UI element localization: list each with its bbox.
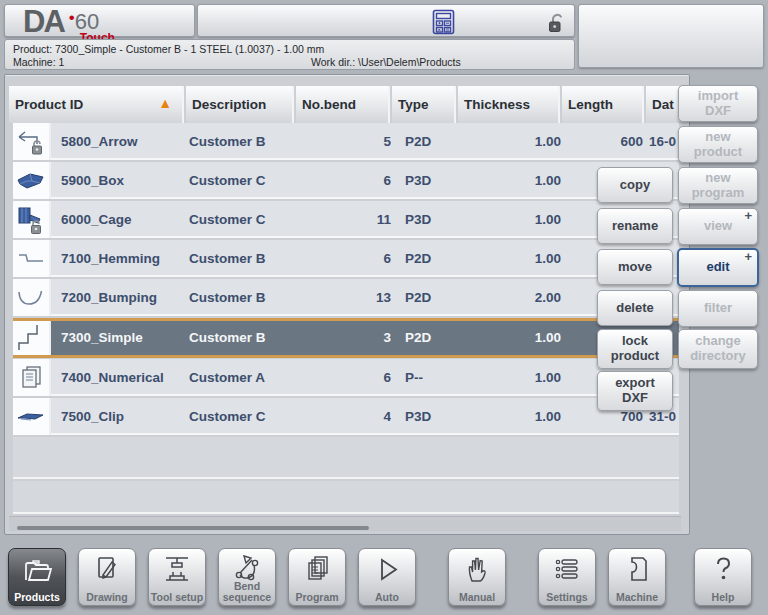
cell-type: P3D bbox=[405, 162, 459, 199]
header-label: Thickness bbox=[464, 97, 530, 112]
status-bar: Product: 7300_Simple - Customer B - 1 ST… bbox=[4, 39, 575, 70]
cell-product-id: 7200_Bumping bbox=[61, 279, 189, 316]
cell-description: Customer B bbox=[189, 123, 295, 160]
button-label: view bbox=[704, 219, 732, 234]
cell-product-id: 7400_Numerical bbox=[61, 359, 189, 396]
table-row[interactable]: 7500_Clip Customer C 4 P3D 1.00 700 31-0 bbox=[13, 398, 679, 435]
filter-button[interactable]: filter bbox=[678, 290, 758, 327]
machine-icon bbox=[620, 553, 654, 587]
export-dxf-button[interactable]: export DXF bbox=[597, 371, 673, 411]
cell-no-bend: 13 bbox=[298, 279, 391, 316]
toolbar-label: Bend sequence bbox=[219, 581, 275, 603]
settings-list-icon bbox=[549, 553, 585, 587]
cell-description: Customer B bbox=[189, 240, 295, 277]
empty-table-band bbox=[13, 437, 679, 479]
button-label: rename bbox=[612, 219, 658, 234]
header-label: Length bbox=[568, 97, 613, 112]
cell-type: P2D bbox=[405, 240, 459, 277]
cell-type: P2D bbox=[405, 123, 459, 160]
program-icon bbox=[299, 553, 335, 589]
toolbar-program-button[interactable]: Program bbox=[288, 548, 346, 606]
table-row[interactable]: 5900_Box Customer C 6 P3D 1.00 bbox=[13, 162, 679, 199]
rename-button[interactable]: rename bbox=[597, 208, 673, 244]
button-label: export DXF bbox=[602, 376, 668, 406]
column-header-description[interactable]: Description bbox=[186, 86, 294, 123]
toolbar-label: Program bbox=[289, 592, 345, 603]
button-label: filter bbox=[704, 301, 732, 316]
tool-setup-icon bbox=[158, 553, 196, 587]
column-header-no-bend[interactable]: No.bend bbox=[296, 86, 390, 123]
lock-product-button[interactable]: lock product bbox=[597, 329, 673, 369]
top-middle-panel bbox=[197, 4, 575, 37]
cell-product-id: 6000_Cage bbox=[61, 201, 189, 238]
horizontal-scrollbar-thumb[interactable] bbox=[17, 526, 369, 530]
cell-description: Customer A bbox=[189, 359, 295, 396]
cell-type: P2D bbox=[405, 321, 459, 355]
toolbar-bend-sequence-button[interactable]: Bend sequence bbox=[218, 548, 276, 606]
drawing-icon bbox=[89, 553, 125, 589]
product-icon-arrow-locked bbox=[13, 123, 51, 160]
toolbar-label: Drawing bbox=[79, 592, 135, 603]
table-row[interactable]: 7400_Numerical Customer A 6 P-- 1.00 bbox=[13, 359, 679, 396]
button-label: change directory bbox=[683, 334, 753, 364]
toolbar-drawing-button[interactable]: Drawing bbox=[78, 548, 136, 606]
cell-thickness: 1.00 bbox=[459, 321, 561, 355]
delete-button[interactable]: delete bbox=[597, 290, 673, 326]
new-program-button[interactable]: new program bbox=[678, 167, 758, 204]
toolbar-label: Manual bbox=[449, 592, 505, 603]
column-header-date[interactable]: Dat bbox=[646, 86, 679, 123]
toolbar-label: Products bbox=[9, 592, 65, 603]
product-icon-clip bbox=[13, 398, 51, 435]
cell-thickness: 1.00 bbox=[459, 123, 561, 160]
plus-indicator: + bbox=[744, 209, 752, 224]
calculator-icon[interactable] bbox=[432, 9, 455, 39]
new-product-button[interactable]: new product bbox=[678, 126, 758, 163]
move-button[interactable]: move bbox=[597, 249, 673, 285]
table-row[interactable]: 5800_Arrow Customer B 5 P2D 1.00 600 16-… bbox=[13, 123, 679, 160]
question-mark-icon bbox=[706, 553, 740, 587]
change-directory-button[interactable]: change directory bbox=[678, 329, 758, 369]
toolbar-label: Settings bbox=[539, 592, 595, 603]
column-header-product-id[interactable]: Product ID ▲ bbox=[9, 86, 184, 123]
toolbar-help-button[interactable]: Help bbox=[694, 548, 752, 606]
cell-description: Customer C bbox=[189, 201, 295, 238]
import-dxf-button[interactable]: import DXF bbox=[678, 85, 758, 122]
toolbar-manual-button[interactable]: Manual bbox=[448, 548, 506, 606]
horizontal-scrollbar[interactable] bbox=[9, 516, 681, 531]
table-row[interactable]: 7200_Bumping Customer B 13 P2D 2.00 bbox=[13, 279, 679, 316]
cell-thickness: 1.00 bbox=[459, 201, 561, 238]
toolbar-settings-button[interactable]: Settings bbox=[538, 548, 596, 606]
product-icon-bumping-profile bbox=[13, 279, 51, 316]
cell-type: P3D bbox=[405, 201, 459, 238]
product-icon-documents bbox=[13, 359, 51, 396]
plus-indicator: + bbox=[744, 250, 752, 265]
cell-no-bend: 6 bbox=[298, 240, 391, 277]
unlocked-padlock-icon bbox=[546, 12, 566, 38]
cell-date: 16-0 bbox=[649, 123, 681, 160]
product-icon-cage-locked bbox=[13, 201, 51, 238]
table-row[interactable]: 7100_Hemming Customer B 6 P2D 1.00 bbox=[13, 240, 679, 277]
column-header-type[interactable]: Type bbox=[392, 86, 456, 123]
cell-thickness: 2.00 bbox=[459, 279, 561, 316]
table-row[interactable]: 6000_Cage Customer C 11 P3D 1.00 bbox=[13, 201, 679, 238]
column-header-length[interactable]: Length bbox=[562, 86, 644, 123]
hand-icon bbox=[460, 553, 494, 589]
cell-description: Customer B bbox=[189, 279, 295, 316]
product-icon-step-profile bbox=[13, 321, 51, 355]
toolbar-auto-button[interactable]: Auto bbox=[358, 548, 416, 606]
toolbar-tool-setup-button[interactable]: Tool setup bbox=[148, 548, 206, 606]
toolbar-products-button[interactable]: Products bbox=[8, 548, 66, 606]
toolbar-machine-button[interactable]: Machine bbox=[608, 548, 666, 606]
cell-thickness: 1.00 bbox=[459, 240, 561, 277]
table-row-selected[interactable]: 7300_Simple Customer B 3 P2D 1.00 bbox=[13, 318, 679, 358]
header-label: Type bbox=[398, 97, 429, 112]
product-icon-hemming-profile bbox=[13, 240, 51, 277]
edit-button[interactable]: + edit bbox=[677, 248, 759, 287]
empty-table-band bbox=[13, 481, 679, 514]
copy-button[interactable]: copy bbox=[597, 167, 673, 203]
column-header-thickness[interactable]: Thickness bbox=[458, 86, 560, 123]
button-label: copy bbox=[620, 178, 650, 193]
view-button[interactable]: + view bbox=[678, 208, 758, 245]
header-label: Product ID bbox=[15, 97, 83, 112]
cell-length: 600 bbox=[564, 123, 643, 160]
